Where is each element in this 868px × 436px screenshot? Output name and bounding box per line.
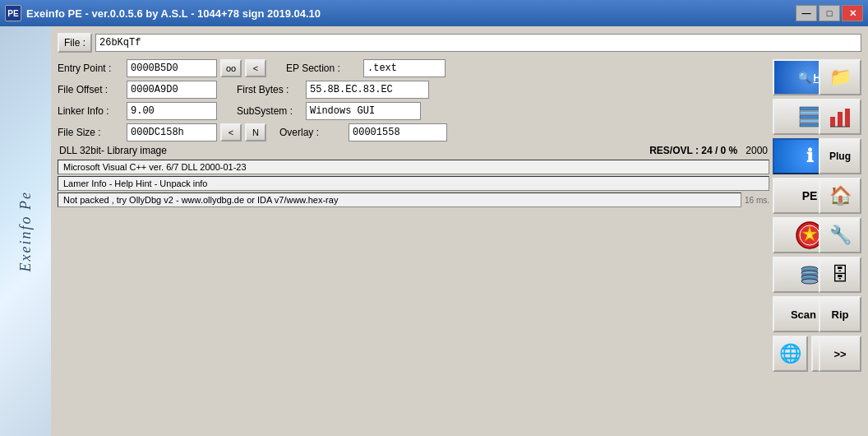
overlay-label: Overlay : [279, 127, 345, 138]
title-bar-left: PE Exeinfo PE - ver.0.0.5.6 by A.S.L - 1… [5, 5, 321, 21]
file-size-row: File Size : < N Overlay : [58, 123, 769, 141]
linker-info-input[interactable] [127, 102, 217, 120]
right-buttons-col1: 🔍 🔍 H H ℹ [773, 59, 815, 429]
app-icon: PE [5, 5, 21, 21]
main-layout: Entry Point : oo < EP Section : File Off… [58, 59, 861, 429]
file-offset-input[interactable] [127, 81, 217, 99]
svg-rect-18 [845, 109, 850, 127]
app-icon-label: PE [7, 9, 18, 18]
overlay-input[interactable] [349, 123, 447, 141]
svg-rect-0 [800, 107, 820, 110]
globe-button[interactable]: 🌐 [773, 336, 808, 372]
plug-button[interactable]: Plug [819, 138, 861, 174]
center-panel: Entry Point : oo < EP Section : File Off… [58, 59, 769, 429]
entry-point-input[interactable] [127, 59, 217, 77]
svg-rect-17 [838, 112, 843, 127]
cylinders-button[interactable]: 🗄 [819, 257, 861, 293]
file-size-n-button[interactable]: N [245, 123, 266, 141]
file-input[interactable] [95, 34, 861, 52]
right-buttons-col2: 📁 Plug 🏠 [819, 59, 861, 429]
svg-rect-1 [800, 111, 820, 114]
entry-point-row: Entry Point : oo < EP Section : [58, 59, 769, 77]
detection-line2: Lamer Info - Help Hint - Unpack info [58, 176, 769, 191]
folder-icon: 📁 [829, 67, 852, 88]
file-offset-label: File Offset : [58, 84, 123, 95]
detection-line1: Microsoft Visual C++ ver. 6/7 DLL 2000-0… [58, 160, 769, 174]
subsystem-input[interactable] [306, 102, 421, 120]
minimize-button[interactable]: — [796, 5, 817, 21]
cylinders-icon: 🗄 [831, 264, 849, 285]
arrow-button[interactable]: >> [819, 336, 861, 372]
svg-rect-4 [800, 123, 820, 127]
window-title: Exeinfo PE - ver.0.0.5.6 by A.S.L - 1044… [26, 7, 321, 20]
close-button[interactable]: ✕ [842, 5, 863, 21]
ep-section-label: EP Section : [286, 63, 360, 74]
svg-point-15 [801, 279, 818, 284]
wrench-icon: 🔧 [829, 225, 852, 246]
globe-icon: 🌐 [779, 343, 801, 364]
res-ovl-label: RES/OVL : 24 / 0 % [649, 145, 737, 156]
dll-info-row: DLL 32bit- Library image RES/OVL : 24 / … [58, 145, 769, 156]
res-ovl-value: 2000 [746, 145, 768, 156]
file-size-input[interactable] [127, 123, 217, 141]
file-button[interactable]: File : [58, 33, 92, 53]
svg-rect-16 [830, 117, 835, 127]
home-button[interactable]: 🏠 [819, 178, 861, 214]
table-icon [798, 105, 821, 128]
sidebar: Exeinfo Pe [0, 26, 51, 436]
title-bar: PE Exeinfo PE - ver.0.0.5.6 by A.S.L - 1… [0, 0, 868, 26]
title-bar-controls: — □ ✕ [796, 5, 863, 21]
stack-icon [798, 263, 821, 286]
ep-section-input[interactable] [363, 59, 446, 77]
rip-button[interactable]: Rip [819, 296, 861, 332]
oo-button[interactable]: oo [220, 59, 242, 77]
subsystem-label: SubSystem : [237, 105, 302, 117]
svg-rect-2 [800, 115, 820, 118]
linker-info-row: Linker Info : SubSystem : [58, 102, 769, 120]
svg-rect-3 [800, 119, 820, 123]
file-size-lt-button[interactable]: < [220, 123, 242, 141]
maximize-button[interactable]: □ [819, 5, 840, 21]
home-icon: 🏠 [829, 185, 852, 206]
first-bytes-label: First Bytes : [237, 84, 302, 95]
main-content: Exeinfo Pe File : Entry Point : oo < EP … [0, 26, 868, 436]
timing-label: 16 ms. [745, 196, 769, 205]
file-row: File : [58, 33, 861, 53]
bar-chart-icon [829, 105, 852, 128]
entry-point-label: Entry Point : [58, 63, 123, 74]
first-bytes-input[interactable] [306, 81, 429, 99]
lt-button[interactable]: < [245, 59, 266, 77]
search-icon: 🔍 [798, 72, 811, 84]
bottom-info: Microsoft Visual C++ ver. 6/7 DLL 2000-0… [58, 160, 769, 207]
file-size-label: File Size : [58, 127, 123, 138]
sidebar-logo: Exeinfo Pe [17, 191, 35, 271]
wrench-button[interactable]: 🔧 [819, 217, 861, 253]
folder-button[interactable]: 📁 [819, 59, 861, 95]
file-offset-row: File Offset : First Bytes : [58, 81, 769, 99]
detection-line3: Not packed , try OllyDbg v2 - www.ollydb… [58, 192, 741, 207]
dll-info-text: DLL 32bit- Library image [59, 145, 167, 156]
info-icon: ℹ [806, 146, 813, 167]
linker-info-label: Linker Info : [58, 105, 123, 117]
right-panel: File : Entry Point : oo < EP Section : F… [51, 26, 868, 436]
svg-point-8 [807, 233, 812, 238]
bar-chart-button[interactable] [819, 99, 861, 135]
